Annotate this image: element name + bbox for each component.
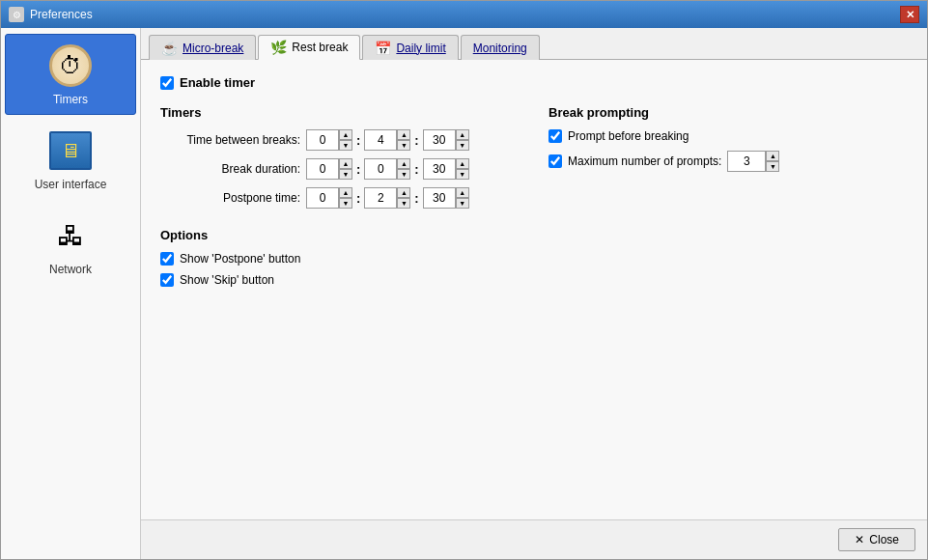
pt-minutes-up[interactable]: ▲ [397,187,410,198]
max-prompts-btns: ▲ ▼ [766,151,779,172]
close-footer-button[interactable]: ✕ Close [838,528,915,551]
show-skip-checkbox[interactable] [160,273,174,287]
show-postpone-row: Show 'Postpone' button [160,252,520,266]
title-bar-left: ⚙ Preferences [9,7,93,22]
tbb-hours-up[interactable]: ▲ [339,129,352,140]
pt-hours-down[interactable]: ▼ [339,198,352,209]
ui-icon-visual: 🖥 [49,131,92,170]
tbb-colon1: : [356,133,360,148]
max-prompts-checkbox[interactable] [548,154,562,168]
show-postpone-label: Show 'Postpone' button [180,252,300,266]
rest-break-tab-label: Rest break [292,41,348,54]
bd-hours-up[interactable]: ▲ [339,158,352,169]
tab-monitoring[interactable]: Monitoring [461,35,540,60]
pt-seconds-down[interactable]: ▼ [456,198,469,209]
bd-colon1: : [356,162,360,177]
enable-timer-label: Enable timer [180,75,255,90]
tbb-minutes-up[interactable]: ▲ [397,129,410,140]
sidebar-network-label: Network [49,263,92,276]
bd-seconds-up[interactable]: ▲ [456,158,469,169]
break-duration-spinners: ▲ ▼ : ▲ ▼ [306,158,469,180]
prompt-before-breaking-row: Prompt before breaking [548,129,908,143]
bd-minutes-btns: ▲ ▼ [397,158,410,180]
pt-minutes-btns: ▲ ▼ [397,187,410,209]
tbb-seconds-input[interactable] [423,129,456,151]
pt-hours-btns: ▲ ▼ [339,187,352,209]
tab-micro-break[interactable]: ☕ Micro-break [149,35,256,60]
tbb-seconds-up[interactable]: ▲ [456,129,469,140]
bd-minutes-up[interactable]: ▲ [397,158,410,169]
tbb-hours-down[interactable]: ▼ [339,140,352,151]
tbb-hours-spinner: ▲ ▼ [306,129,352,151]
bd-hours-btns: ▲ ▼ [339,158,352,180]
postpone-time-label: Postpone time: [160,191,300,205]
pt-minutes-down[interactable]: ▼ [397,198,410,209]
tab-daily-limit[interactable]: 📅 Daily limit [362,35,458,60]
network-sidebar-icon: 🖧 [47,212,94,259]
break-duration-row: Break duration: ▲ ▼ : [160,158,520,180]
bd-minutes-spinner: ▲ ▼ [364,158,410,180]
tbb-minutes-down[interactable]: ▼ [397,140,410,151]
tbb-hours-input[interactable] [306,129,339,151]
network-icon-visual: 🖧 [57,220,84,252]
bd-hours-input[interactable] [306,158,339,180]
rest-break-tab-icon: 🌿 [270,40,287,55]
max-prompts-up[interactable]: ▲ [766,151,779,161]
time-between-breaks-label: Time between breaks: [160,133,300,147]
pt-minutes-input[interactable] [364,187,397,209]
postpone-time-row: Postpone time: ▲ ▼ : [160,187,520,209]
timers-section: Timers Time between breaks: ▲ ▼ [160,105,520,294]
postpone-time-spinners: ▲ ▼ : ▲ ▼ [306,187,469,209]
max-prompts-label: Maximum number of prompts: [568,154,721,168]
pt-seconds-btns: ▲ ▼ [456,187,469,209]
window-close-button[interactable]: ✕ [900,6,919,23]
timers-section-title: Timers [160,105,520,120]
max-prompts-spinner: ▲ ▼ [727,151,779,172]
window-footer: ✕ Close [141,519,927,559]
tbb-seconds-down[interactable]: ▼ [456,140,469,151]
two-column-layout: Timers Time between breaks: ▲ ▼ [160,105,908,294]
prompt-before-breaking-checkbox[interactable] [548,129,562,143]
pt-seconds-up[interactable]: ▲ [456,187,469,198]
pt-colon2: : [414,191,418,206]
sidebar-ui-label: User interface [35,178,107,191]
show-skip-row: Show 'Skip' button [160,273,520,287]
sidebar-item-network[interactable]: 🖧 Network [5,204,136,285]
main-content: Enable timer Timers Time between breaks: [141,60,927,519]
tbb-minutes-input[interactable] [364,129,397,151]
window-title: Preferences [30,8,93,21]
max-prompts-down[interactable]: ▼ [766,161,779,172]
micro-break-tab-icon: ☕ [161,41,178,56]
tabs-bar: ☕ Micro-break 🌿 Rest break 📅 Daily limit… [141,28,927,60]
max-prompts-inner-row: Maximum number of prompts: ▲ ▼ [568,151,779,172]
micro-break-tab-label: Micro-break [183,42,243,55]
pt-seconds-input[interactable] [423,187,456,209]
daily-limit-tab-label: Daily limit [396,42,445,55]
bd-minutes-down[interactable]: ▼ [397,169,410,180]
max-prompts-input[interactable] [727,151,766,172]
timer-icon-visual [49,44,92,87]
window-body: Timers 🖥 User interface 🖧 Network [1,28,927,559]
time-between-breaks-spinners: ▲ ▼ : ▲ ▼ [306,129,469,151]
sidebar-item-user-interface[interactable]: 🖥 User interface [5,119,136,200]
show-postpone-checkbox[interactable] [160,252,174,266]
tab-rest-break[interactable]: 🌿 Rest break [258,35,360,60]
content-area: ☕ Micro-break 🌿 Rest break 📅 Daily limit… [141,28,927,559]
bd-hours-spinner: ▲ ▼ [306,158,352,180]
pt-hours-spinner: ▲ ▼ [306,187,352,209]
bd-seconds-input[interactable] [423,158,456,180]
time-between-breaks-row: Time between breaks: ▲ ▼ : [160,129,520,151]
prompt-before-breaking-label: Prompt before breaking [568,129,689,143]
options-section: Options Show 'Postpone' button Show 'Ski… [160,228,520,287]
bd-hours-down[interactable]: ▼ [339,169,352,180]
tbb-seconds-btns: ▲ ▼ [456,129,469,151]
tbb-seconds-spinner: ▲ ▼ [423,129,469,151]
pt-hours-input[interactable] [306,187,339,209]
enable-timer-checkbox[interactable] [160,76,174,90]
sidebar-item-timers[interactable]: Timers [5,34,136,115]
pt-hours-up[interactable]: ▲ [339,187,352,198]
bd-minutes-input[interactable] [364,158,397,180]
break-prompting-section: Break prompting Prompt before breaking M… [548,105,908,180]
bd-seconds-down[interactable]: ▼ [456,169,469,180]
pt-seconds-spinner: ▲ ▼ [423,187,469,209]
